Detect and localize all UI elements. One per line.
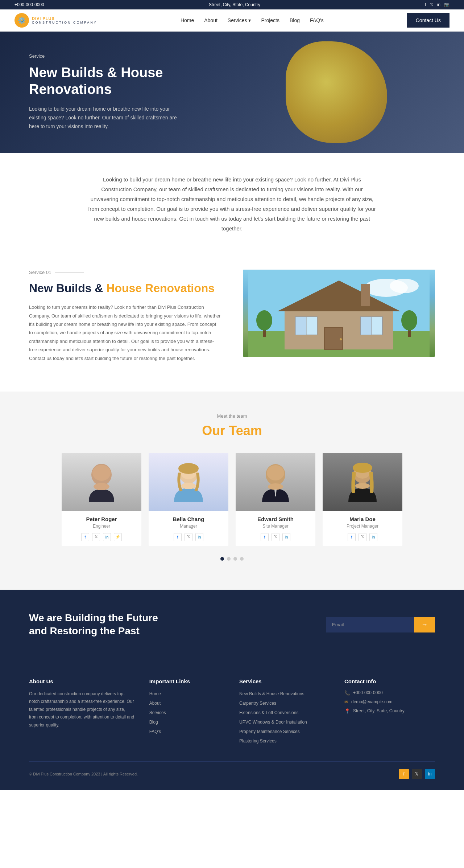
nav-faqs[interactable]: FAQ's bbox=[310, 17, 324, 23]
facebook-social-icon[interactable]: f bbox=[348, 533, 356, 541]
facebook-social-icon[interactable]: f bbox=[261, 533, 269, 541]
team-card: Maria Doe Project Manager f 𝕏 in bbox=[323, 453, 402, 546]
team-info-bella: Bella Chang Manager f 𝕏 in bbox=[149, 511, 228, 546]
service-detail-right bbox=[243, 270, 435, 357]
footer-contact-email: ✉ demo@example.com bbox=[344, 699, 435, 705]
svg-point-30 bbox=[355, 483, 370, 489]
instagram-icon[interactable]: 📷 bbox=[444, 2, 450, 7]
team-info-peter: Peter Roger Engineer f 𝕏 in ⚡ bbox=[62, 511, 141, 546]
footer-about-col: About Us Our dedicated construction comp… bbox=[29, 678, 135, 747]
nav-services[interactable]: Services ▾ bbox=[228, 17, 251, 23]
top-bar-social: f 𝕏 in 📷 bbox=[425, 2, 450, 7]
cta-title: We are Building the Future and Restoring… bbox=[29, 611, 174, 638]
logo[interactable]: ⚙️ DIVI PLUS CONSTRUCTION COMPANY bbox=[14, 13, 97, 28]
carousel-dot-4[interactable] bbox=[240, 557, 244, 561]
svg-point-11 bbox=[340, 338, 342, 340]
carousel-dot-1[interactable] bbox=[220, 557, 224, 561]
footer-about-title: About Us bbox=[29, 678, 135, 684]
linkedin-social-icon[interactable]: in bbox=[195, 533, 203, 541]
team-role: Site Manager bbox=[241, 524, 310, 529]
team-card: Peter Roger Engineer f 𝕏 in ⚡ bbox=[62, 453, 141, 546]
team-role: Project Manager bbox=[328, 524, 397, 529]
footer-link-faqs[interactable]: FAQ's bbox=[149, 729, 161, 734]
facebook-social-icon[interactable]: f bbox=[174, 533, 182, 541]
svg-rect-7 bbox=[295, 317, 306, 335]
footer-facebook-icon[interactable]: f bbox=[399, 769, 409, 779]
team-name: Edward Smith bbox=[241, 516, 310, 522]
linkedin-icon[interactable]: in bbox=[437, 2, 440, 7]
footer-service-carpentry[interactable]: Carpentry Services bbox=[239, 701, 276, 706]
team-name: Peter Roger bbox=[67, 516, 136, 522]
rss-social-icon[interactable]: ⚡ bbox=[114, 533, 122, 541]
facebook-social-icon[interactable]: f bbox=[81, 533, 89, 541]
footer-linkedin-icon[interactable]: in bbox=[425, 769, 435, 779]
footer-contact-address: 📍 Street, City, State, Country bbox=[344, 708, 435, 714]
twitter-social-icon[interactable]: 𝕏 bbox=[272, 533, 279, 541]
footer-links-title: Important Links bbox=[149, 678, 225, 684]
svg-point-22 bbox=[181, 483, 196, 489]
service-description: Looking to turn your dreams into reality… bbox=[29, 303, 221, 363]
carousel-dots bbox=[22, 557, 442, 561]
nav-links: Home About Services ▾ Projects Blog FAQ'… bbox=[181, 17, 324, 24]
footer-contact-phone: 📞 +000-000-0000 bbox=[344, 690, 435, 696]
service-detail-section: Service 01 New Builds & House Renovation… bbox=[0, 255, 464, 392]
twitter-social-icon[interactable]: 𝕏 bbox=[92, 533, 100, 541]
linkedin-social-icon[interactable]: in bbox=[369, 533, 377, 541]
footer-links-col: Important Links Home About Services Blog… bbox=[149, 678, 225, 747]
carousel-dot-3[interactable] bbox=[233, 557, 237, 561]
svg-point-31 bbox=[353, 463, 372, 473]
team-role: Engineer bbox=[67, 524, 136, 529]
twitter-social-icon[interactable]: 𝕏 bbox=[359, 533, 366, 541]
footer-services-col: Services New Builds & House Renovations … bbox=[239, 678, 330, 747]
team-photo-peter bbox=[62, 453, 141, 511]
footer-link-services[interactable]: Services bbox=[149, 710, 166, 715]
logo-text-block: DIVI PLUS CONSTRUCTION COMPANY bbox=[32, 16, 97, 24]
cta-section: We are Building the Future and Restoring… bbox=[0, 590, 464, 660]
service-label: Service 01 bbox=[29, 270, 221, 275]
top-bar-phone: +000-000-0000 bbox=[14, 2, 44, 7]
nav-about[interactable]: About bbox=[204, 17, 218, 23]
house-svg bbox=[243, 270, 435, 357]
svg-point-26 bbox=[268, 483, 283, 490]
twitter-icon[interactable]: 𝕏 bbox=[430, 2, 434, 7]
nav-blog[interactable]: Blog bbox=[290, 17, 300, 23]
svg-rect-9 bbox=[361, 317, 372, 335]
facebook-icon[interactable]: f bbox=[425, 2, 426, 7]
logo-brand: DIVI PLUS bbox=[32, 16, 97, 21]
nav-home[interactable]: Home bbox=[181, 17, 194, 23]
team-photo-maria bbox=[323, 453, 402, 511]
hero-image bbox=[209, 32, 464, 153]
footer-twitter-icon[interactable]: 𝕏 bbox=[412, 769, 422, 779]
email-form: → bbox=[326, 617, 435, 632]
footer-link-home[interactable]: Home bbox=[149, 691, 161, 696]
svg-rect-10 bbox=[324, 328, 343, 349]
linkedin-social-icon[interactable]: in bbox=[103, 533, 111, 541]
footer-link-about[interactable]: About bbox=[149, 701, 161, 706]
top-bar-address: Street, City, State, Country bbox=[44, 2, 425, 7]
team-info-maria: Maria Doe Project Manager f 𝕏 in bbox=[323, 511, 402, 546]
footer-service-new-builds[interactable]: New Builds & House Renovations bbox=[239, 691, 304, 696]
footer-service-maintenance[interactable]: Property Maintenance Services bbox=[239, 729, 300, 734]
email-input[interactable] bbox=[326, 617, 414, 632]
footer-link-blog[interactable]: Blog bbox=[149, 720, 158, 725]
team-socials: f 𝕏 in bbox=[328, 533, 397, 541]
footer-about-text: Our dedicated construction company deliv… bbox=[29, 690, 135, 729]
team-info-edward: Edward Smith Site Manager f 𝕏 in bbox=[236, 511, 315, 546]
intro-section: Looking to build your dream home or brea… bbox=[0, 153, 464, 255]
copyright: © Divi Plus Construction Company 2023 | … bbox=[29, 772, 138, 776]
nav-projects[interactable]: Projects bbox=[261, 17, 279, 23]
footer-social-icons: f 𝕏 in bbox=[399, 769, 435, 779]
carousel-dot-2[interactable] bbox=[227, 557, 231, 561]
contact-button[interactable]: Contact Us bbox=[407, 13, 450, 28]
footer-service-plastering[interactable]: Plastering Services bbox=[239, 738, 277, 744]
team-name: Maria Doe bbox=[328, 516, 397, 522]
location-icon: 📍 bbox=[344, 708, 350, 714]
footer-service-upvc[interactable]: UPVC Windows & Door Installation bbox=[239, 720, 307, 725]
email-submit-button[interactable]: → bbox=[414, 617, 435, 632]
footer-contact-title: Contact Info bbox=[344, 678, 435, 684]
footer-service-extensions[interactable]: Extensions & Loft Conversions bbox=[239, 710, 298, 715]
hero-content: Service New Builds & House Renovations L… bbox=[29, 53, 181, 131]
linkedin-social-icon[interactable]: in bbox=[282, 533, 290, 541]
twitter-social-icon[interactable]: 𝕏 bbox=[185, 533, 192, 541]
hero-title: New Builds & House Renovations bbox=[29, 65, 181, 98]
